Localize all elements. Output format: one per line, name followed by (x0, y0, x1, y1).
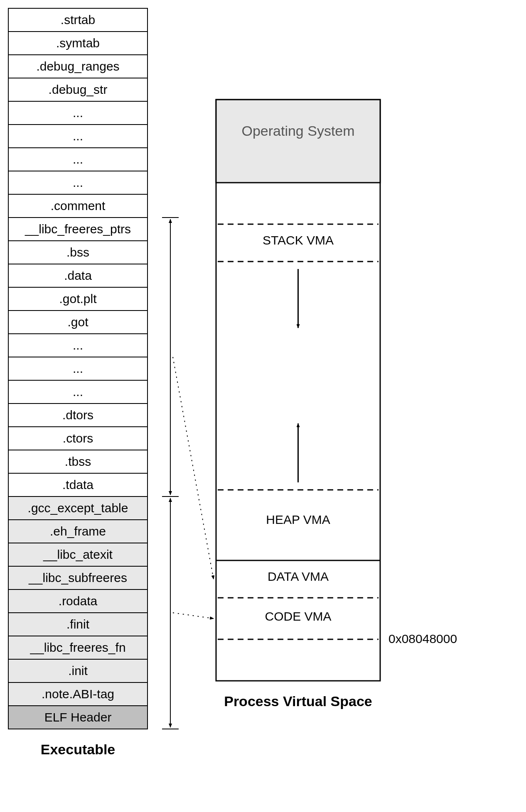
exec-section-label: ELF Header (8, 710, 147, 724)
address-label: 0x08048000 (388, 632, 457, 646)
exec-section-label: .got.plt (8, 292, 147, 306)
exec-section-label: .debug_ranges (8, 59, 147, 73)
exec-section-label: __libc_subfreeres (8, 571, 147, 585)
exec-section-label: .ctors (8, 431, 147, 445)
code-label: CODE VMA (216, 609, 380, 624)
exec-section-label: .comment (8, 199, 147, 213)
map-data-line (173, 357, 214, 579)
executable-title: Executable (8, 741, 147, 758)
exec-section-label: .got (8, 315, 147, 329)
exec-section-label: .symtab (8, 36, 147, 50)
exec-section-label: ... (8, 385, 147, 399)
exec-section-label: __libc_freeres_fn (8, 641, 147, 655)
exec-section-label: ... (8, 152, 147, 166)
exec-section-label: ... (8, 362, 147, 376)
exec-section-label: .rodata (8, 594, 147, 608)
exec-section-label: __libc_freeres_ptrs (8, 222, 147, 236)
exec-section-label: .debug_str (8, 83, 147, 97)
vm-os-region (216, 100, 380, 183)
exec-section-label: .note.ABI-tag (8, 687, 147, 701)
exec-section-label: .bss (8, 245, 147, 259)
stack-label: STACK VMA (216, 233, 380, 247)
exec-section-label: __libc_atexit (8, 548, 147, 562)
exec-section-label: .dtors (8, 408, 147, 422)
exec-section-label: .eh_frame (8, 524, 147, 538)
exec-section-label: ... (8, 129, 147, 143)
exec-section-label: .finit (8, 617, 147, 631)
map-code-line (173, 613, 214, 619)
heap-label: HEAP VMA (216, 513, 380, 527)
exec-section-label: .tdata (8, 478, 147, 492)
vm-outer (216, 100, 380, 681)
exec-section-label: .init (8, 664, 147, 678)
exec-section-label: .gcc_except_table (8, 501, 147, 515)
exec-section-label: ... (8, 338, 147, 352)
exec-section-label: ... (8, 106, 147, 120)
exec-section-label: .tbss (8, 455, 147, 469)
vm-title: Process Virtual Space (216, 693, 380, 709)
os-label: Operating System (216, 122, 380, 139)
exec-section-label: .data (8, 269, 147, 283)
exec-section-label: .strtab (8, 13, 147, 27)
exec-section-label: ... (8, 176, 147, 190)
data-label: DATA VMA (216, 570, 380, 584)
